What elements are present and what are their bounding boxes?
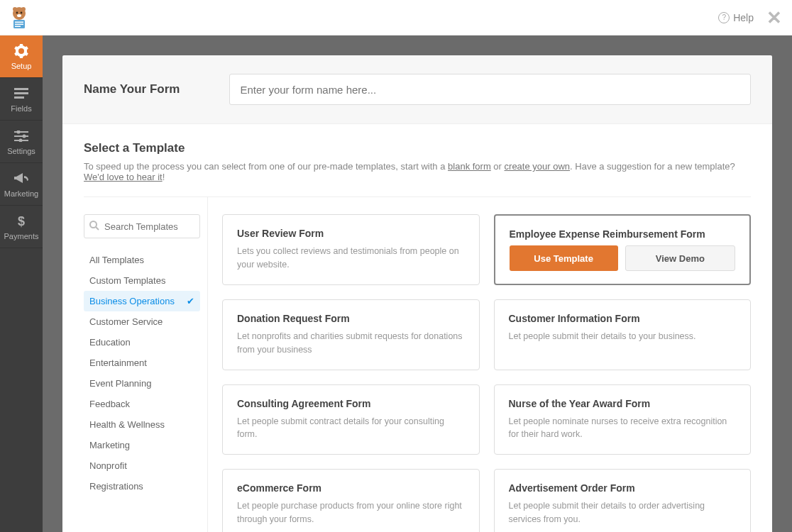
search-templates-input[interactable] <box>84 214 200 238</box>
help-label: Help <box>733 12 754 23</box>
sidebar-label: Fields <box>11 104 31 113</box>
name-section: Name Your Form <box>62 55 772 124</box>
svg-rect-9 <box>15 26 21 27</box>
category-item[interactable]: Registrations <box>84 476 200 497</box>
svg-point-14 <box>17 131 21 134</box>
svg-rect-12 <box>14 96 24 99</box>
sidebar-label: Marketing <box>4 189 38 198</box>
template-card-title: Donation Request Form <box>237 313 465 324</box>
sidebar-item-setup[interactable]: Setup <box>0 35 43 78</box>
template-card[interactable]: Advertisement Order FormLet people submi… <box>494 469 752 532</box>
template-grid: User Review FormLets you collect reviews… <box>222 214 751 532</box>
app-logo <box>6 4 33 31</box>
category-label: Registrations <box>89 481 143 492</box>
category-label: Event Planning <box>89 378 151 389</box>
template-card-desc: Let people nominate nurses to receive ex… <box>509 415 737 442</box>
sidebar-item-marketing[interactable]: Marketing <box>0 163 43 206</box>
template-card[interactable]: Employee Expense Reimbursement FormUse T… <box>494 214 752 285</box>
template-card-desc: Let people submit their details to your … <box>509 330 737 343</box>
create-own-link[interactable]: create your own <box>505 161 571 172</box>
template-card-title: User Review Form <box>237 228 465 239</box>
template-card[interactable]: Nurse of the Year Award FormLet people n… <box>494 384 752 455</box>
sliders-icon <box>13 128 29 144</box>
help-icon: ? <box>718 12 730 23</box>
category-list: All TemplatesCustom TemplatesBusiness Op… <box>84 250 200 497</box>
template-categories: All TemplatesCustom TemplatesBusiness Op… <box>84 197 208 532</box>
topbar: ? Help ✕ <box>0 0 792 35</box>
category-item[interactable]: Feedback <box>84 394 200 414</box>
category-item[interactable]: Customer Service <box>84 311 200 332</box>
category-label: Custom Templates <box>89 275 165 286</box>
svg-point-3 <box>16 11 18 13</box>
template-actions: Use TemplateView Demo <box>510 245 736 271</box>
sidebar-item-settings[interactable]: Settings <box>0 121 43 163</box>
category-label: Feedback <box>89 399 130 409</box>
category-item[interactable]: Nonprofit <box>84 455 200 476</box>
template-card[interactable]: Consulting Agreement FormLet people subm… <box>222 384 480 455</box>
template-section: Select a Template To speed up the proces… <box>62 124 772 532</box>
search-wrap <box>84 214 200 238</box>
category-item[interactable]: Entertainment <box>84 353 200 373</box>
fields-icon <box>13 86 29 101</box>
category-item[interactable]: Health & Wellness <box>84 414 200 435</box>
use-template-button[interactable]: Use Template <box>510 245 618 271</box>
category-label: Education <box>89 337 131 348</box>
category-item[interactable]: Marketing <box>84 435 200 455</box>
template-card-desc: Lets you collect reviews and testimonial… <box>237 245 465 272</box>
category-item[interactable]: Event Planning <box>84 373 200 394</box>
template-card-title: Consulting Agreement Form <box>237 398 465 409</box>
template-grid-wrap: User Review FormLets you collect reviews… <box>208 197 751 532</box>
category-label: Customer Service <box>89 316 163 327</box>
category-label: Marketing <box>89 440 130 450</box>
gear-icon <box>13 43 29 59</box>
sidebar-label: Settings <box>7 147 35 155</box>
category-item[interactable]: Business Operations✔ <box>84 291 200 311</box>
template-card-title: Nurse of the Year Award Form <box>509 398 737 409</box>
svg-point-2 <box>21 7 26 11</box>
template-card-desc: Let people purchase products from your o… <box>237 499 465 526</box>
panel: Name Your Form Select a Template To spee… <box>62 55 772 532</box>
blank-form-link[interactable]: blank form <box>448 161 491 172</box>
search-icon <box>89 221 99 233</box>
svg-point-18 <box>19 138 23 142</box>
sidebar-item-fields[interactable]: Fields <box>0 78 43 121</box>
feedback-link[interactable]: We'd love to hear it <box>84 172 163 182</box>
svg-text:$: $ <box>18 214 25 228</box>
category-item[interactable]: All Templates <box>84 250 200 270</box>
topbar-right: ? Help ✕ <box>718 9 782 27</box>
svg-point-1 <box>13 7 17 11</box>
template-card-desc: Let people submit their details to order… <box>509 499 737 526</box>
check-icon: ✔ <box>187 296 194 306</box>
svg-point-20 <box>90 221 97 228</box>
svg-point-4 <box>21 11 23 13</box>
svg-rect-7 <box>15 21 23 23</box>
template-card[interactable]: eCommerce FormLet people purchase produc… <box>222 469 480 532</box>
name-label: Name Your Form <box>84 82 180 96</box>
category-item[interactable]: Custom Templates <box>84 270 200 291</box>
template-card-desc: Let people submit contract details for y… <box>237 415 465 442</box>
megaphone-icon <box>13 171 29 187</box>
template-card-title: Advertisement Order Form <box>509 482 737 494</box>
category-label: Nonprofit <box>89 460 127 471</box>
template-card[interactable]: Customer Information FormLet people subm… <box>494 299 752 370</box>
sidebar: Setup Fields Settings Marketing $ Paymen… <box>0 35 43 532</box>
template-card[interactable]: Donation Request FormLet nonprofits and … <box>222 299 480 370</box>
template-body: All TemplatesCustom TemplatesBusiness Op… <box>84 196 751 532</box>
help-button[interactable]: ? Help <box>718 12 754 23</box>
content-area: Name Your Form Select a Template To spee… <box>43 35 792 532</box>
template-card[interactable]: User Review FormLets you collect reviews… <box>222 214 480 285</box>
view-demo-button[interactable]: View Demo <box>625 245 735 271</box>
sidebar-item-payments[interactable]: $ Payments <box>0 206 43 248</box>
close-button[interactable]: ✕ <box>766 9 782 27</box>
form-name-input[interactable] <box>229 74 751 105</box>
template-card-title: Employee Expense Reimbursement Form <box>510 228 736 240</box>
svg-line-21 <box>96 227 99 230</box>
dollar-icon: $ <box>13 214 29 229</box>
svg-rect-13 <box>14 131 28 133</box>
svg-rect-11 <box>14 92 28 94</box>
svg-rect-10 <box>14 88 28 90</box>
sidebar-label: Setup <box>11 62 32 70</box>
svg-point-16 <box>23 134 26 138</box>
sidebar-label: Payments <box>4 232 39 240</box>
category-item[interactable]: Education <box>84 332 200 353</box>
